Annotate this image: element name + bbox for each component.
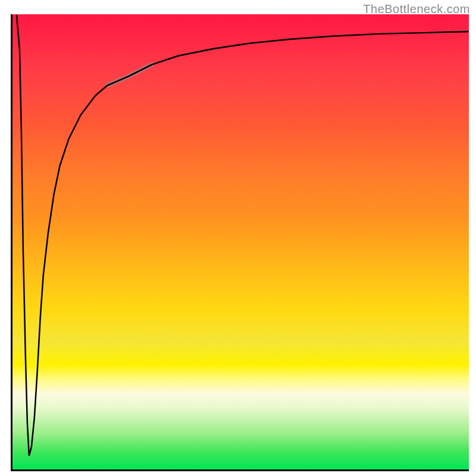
- chart-gradient-background: [12, 14, 469, 469]
- chart-plot-area: [11, 14, 469, 471]
- watermark-text: TheBottleneck.com: [363, 2, 470, 16]
